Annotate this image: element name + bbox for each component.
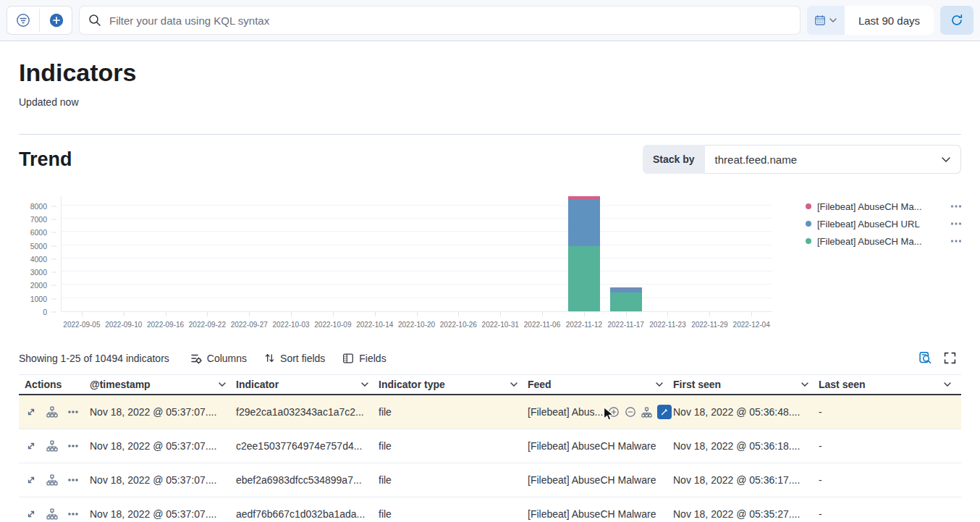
sort-fields-button[interactable]: Sort fields [256,350,333,367]
last-seen-cell: - [819,474,961,486]
timestamp-cell: Nov 18, 2022 @ 05:37:07.... [90,440,236,452]
feed-cell: [Filebeat] AbuseCH Malware [528,508,673,520]
investigate-in-timeline-button[interactable] [46,440,58,452]
legend-menu-icon[interactable] [951,205,961,208]
chart-legend: [Filebeat] AbuseCH Ma... [Filebeat] Abus… [772,196,961,329]
fields-icon [342,353,354,364]
last-seen-cell: - [819,440,961,452]
more-actions-button[interactable] [67,406,79,418]
legend-item[interactable]: [Filebeat] AbuseCH Ma... [806,232,961,250]
column-menu-chevron-icon[interactable] [219,382,226,387]
x-axis-label: 2022-12-04 [730,321,772,329]
column-header-indicator-type[interactable]: Indicator type [379,375,528,394]
open-indicator-flyout-button[interactable] [25,508,37,520]
inspect-button[interactable] [913,348,937,368]
column-menu-chevron-icon[interactable] [944,382,951,387]
legend-item[interactable]: [Filebeat] AbuseCH Ma... [806,198,961,215]
feed-cell: [Filebeat] AbuseCH Malware [528,440,673,452]
indicator-cell: f29e2ca1a032343ac1a7c2... [236,406,379,418]
trend-header: Trend Stack by threat.feed.name [19,144,961,174]
add-to-timeline-button[interactable] [641,407,652,418]
expand-diagonal-icon [25,440,37,452]
columns-button[interactable]: Columns [182,350,255,367]
date-picker-calendar-button[interactable] [807,6,845,35]
fields-button[interactable]: Fields [334,350,394,367]
legend-item[interactable]: [Filebeat] AbuseCH URL [806,215,961,232]
first-seen-cell: Nov 18, 2022 @ 05:36:18.... [673,440,819,452]
datagrid-toolbar: Showing 1-25 of 10494 indicators Columns… [19,348,961,368]
sitemap-icon [46,508,58,520]
kql-search-input[interactable] [79,6,801,35]
column-menu-chevron-icon[interactable] [510,382,518,387]
x-axis-label: 2022-09-27 [228,321,270,329]
investigate-in-timeline-button[interactable] [46,508,58,520]
fullscreen-button[interactable] [939,349,961,367]
minus-in-circle-icon [625,406,636,418]
column-header-feed[interactable]: Feed [528,375,673,394]
legend-menu-icon[interactable] [951,222,961,225]
timestamp-cell: Nov 18, 2022 @ 05:37:07.... [90,474,236,486]
row-actions [19,474,90,486]
more-cell-actions-button[interactable] [657,405,672,419]
investigate-in-timeline-button[interactable] [46,474,58,486]
y-axis-label: 0 [43,308,47,316]
x-axis-label: 2022-10-09 [312,321,354,329]
table-header-row: Actions@timestampIndicatorIndicator type… [19,374,961,395]
x-axis-label: 2022-11-06 [521,321,563,329]
indicator-type-cell: file [379,406,528,418]
legend-menu-icon[interactable] [951,240,961,243]
column-header-indicator[interactable]: Indicator [236,375,379,394]
more-actions-button[interactable] [67,508,79,520]
sitemap-icon [46,406,58,418]
boxes-horizontal-icon [67,474,79,486]
results-summary: Showing 1-25 of 10494 indicators [19,353,169,364]
timestamp-cell: Nov 18, 2022 @ 05:37:07.... [90,508,236,520]
column-header-last-seen[interactable]: Last seen [819,375,961,394]
more-actions-button[interactable] [67,474,79,486]
x-axis-label: 2022-09-16 [145,321,187,329]
mouse-cursor [603,406,615,423]
feed-value: [Filebeat] Abus... [528,406,603,418]
edit-badge-icon [657,405,672,419]
expand-diagonal-icon [25,474,37,486]
table-row: Nov 18, 2022 @ 05:37:07.... c2ee15037764… [19,429,961,463]
table-row: Nov 18, 2022 @ 05:37:07.... aedf76b667c1… [19,497,961,522]
date-range-button[interactable]: Last 90 days [845,6,934,35]
add-filter-button[interactable] [40,6,72,35]
stack-by-label: Stack by [643,145,705,174]
indicator-type-cell: file [379,440,528,452]
divider [19,134,961,135]
legend-color-dot [806,238,811,244]
stack-by-select[interactable]: Stack by threat.feed.name [643,145,961,174]
inspect-icon [918,351,932,365]
y-axis: 010002000300040005000600070008000 [19,196,61,312]
column-header-first-seen[interactable]: First seen [673,375,819,394]
expand-diagonal-icon [25,406,37,418]
bar-segment [568,200,600,246]
x-axis-ticks [61,312,772,317]
open-indicator-flyout-button[interactable] [25,406,37,418]
table-row: Nov 18, 2022 @ 05:37:07.... f29e2ca1a032… [19,395,961,429]
timestamp-cell: Nov 18, 2022 @ 05:37:07.... [90,406,236,418]
row-actions [19,508,90,520]
open-indicator-flyout-button[interactable] [25,474,37,486]
main-content: Indicators Updated now Trend Stack by th… [0,58,980,522]
column-header--timestamp[interactable]: @timestamp [90,375,236,394]
column-menu-chevron-icon[interactable] [656,382,663,387]
refresh-icon [950,14,963,27]
investigate-in-timeline-button[interactable] [46,406,58,418]
first-seen-cell: Nov 18, 2022 @ 05:36:17.... [673,474,819,486]
last-seen-cell: - [819,406,961,418]
plot-area [61,196,772,312]
open-indicator-flyout-button[interactable] [25,440,37,452]
feed-value: [Filebeat] AbuseCH Malware [528,440,656,452]
column-menu-chevron-icon[interactable] [801,382,808,387]
x-axis-labels: 2022-09-052022-09-102022-09-162022-09-22… [61,321,772,329]
more-actions-button[interactable] [67,440,79,452]
column-menu-chevron-icon[interactable] [361,382,368,387]
bar-segment [610,292,642,311]
saved-query-menu-button[interactable] [7,6,39,35]
refresh-button[interactable] [940,6,973,35]
y-axis-label: 5000 [30,242,47,251]
filter-out-value-button[interactable] [625,406,636,418]
